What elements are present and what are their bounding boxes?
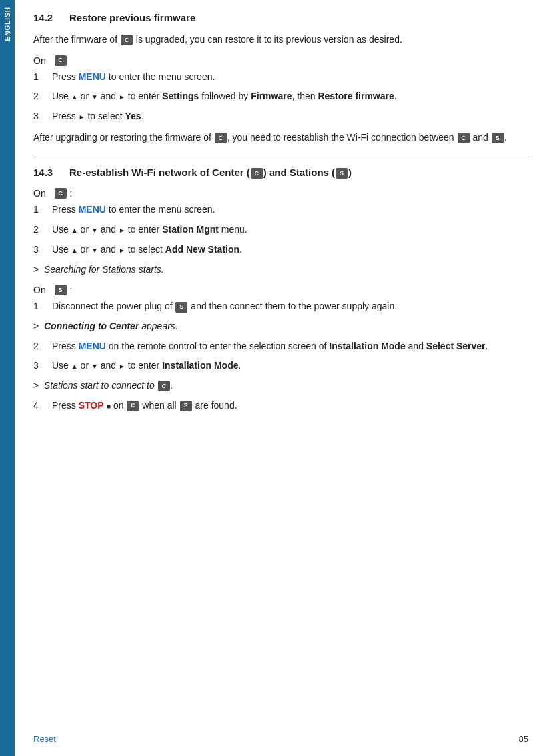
firmware-bold: Firmware	[251, 91, 292, 101]
device-s-icon-2: S	[55, 285, 67, 295]
device-s-title-icon: S	[336, 168, 348, 179]
connecting-italic: Connecting to Center appears.	[44, 321, 178, 331]
step-14-3-c-2: 2 Use or and to enter Station Mgnt menu.	[33, 223, 528, 237]
device-c-icon-2: C	[55, 55, 67, 66]
arrow-up-2	[71, 224, 78, 235]
installation-mode-bold-1: Installation Mode	[329, 341, 405, 351]
reset-link-text[interactable]: Reset	[33, 734, 56, 744]
on-c-label-2: On C:	[33, 188, 528, 199]
restore-firmware-bold: Restore firmware	[318, 91, 394, 101]
device-c-icon-3: C	[215, 133, 227, 143]
station-mgnt-bold: Station Mgnt	[162, 224, 219, 235]
main-content: 14.2 Restore previous firmware After the…	[15, 0, 547, 756]
device-c-icon-5: C	[55, 188, 67, 199]
section-14-2-title: Restore previous firmware	[69, 12, 195, 23]
menu-keyword-1: MENU	[79, 71, 106, 82]
footer-reset-link[interactable]: Reset	[33, 734, 56, 744]
footer-page-number: 85	[519, 734, 528, 744]
arrow-right-1	[119, 91, 125, 101]
step-14-3-c-1: 1 Press MENU to enter the menu screen.	[33, 203, 528, 217]
arrow-right-4	[119, 244, 125, 255]
device-s-icon-4: S	[180, 401, 192, 411]
section-14-3-number: 14.3	[33, 167, 59, 178]
yes-bold: Yes	[125, 111, 141, 121]
step-14-2-3: 3 Press to select Yes.	[33, 109, 528, 124]
step-14-3-s-gt1: > Connecting to Center appears.	[33, 319, 528, 334]
menu-keyword-2: MENU	[79, 204, 106, 215]
device-c-icon-1: C	[121, 35, 133, 45]
step-14-3-s-gt2: > Stations start to connect to C.	[33, 379, 528, 393]
step-14-2-1: 1 Press MENU to enter the menu screen.	[33, 70, 528, 85]
menu-keyword-3: MENU	[79, 341, 106, 351]
settings-bold: Settings	[162, 91, 199, 101]
device-c-icon-7: C	[127, 401, 139, 411]
arrow-down-2	[91, 224, 98, 235]
arrow-right-2	[79, 111, 85, 121]
stop-keyword: STOP	[79, 400, 104, 411]
section-14-2-number: 14.2	[33, 12, 59, 23]
installation-mode-bold-2: Installation Mode	[162, 360, 238, 371]
arrow-down-4	[91, 360, 98, 371]
step-14-3-s-3: 3 Use or and to enter Installation Mode.	[33, 359, 528, 373]
step-14-3-s-2: 2 Press MENU on the remote control to en…	[33, 339, 528, 354]
device-s-icon-3: S	[175, 302, 187, 313]
step-14-3-c-3: 3 Use or and to select Add New Station.	[33, 243, 528, 257]
step-14-3-s-1: 1 Disconnect the power plug of S and the…	[33, 299, 528, 314]
on-c-label-1: On C	[33, 55, 528, 66]
arrow-right-3	[119, 224, 125, 235]
page-number-text: 85	[519, 734, 528, 744]
device-c-title-icon: C	[251, 168, 263, 179]
step-14-2-2: 2 Use or and to enter Settings followed …	[33, 89, 528, 104]
section-14-2-intro: After the firmware of C is upgraded, you…	[33, 33, 528, 47]
section-14-2-header: 14.2 Restore previous firmware	[33, 12, 528, 23]
arrow-down-1	[91, 91, 98, 101]
section-divider	[33, 157, 528, 157]
device-s-icon-1: S	[492, 133, 504, 143]
select-server-bold: Select Server	[426, 341, 486, 351]
section-14-3-title: Re-establish Wi-Fi network of Center (C)…	[69, 167, 352, 179]
on-s-label: On S:	[33, 285, 528, 295]
section-14-3-header: 14.3 Re-establish Wi-Fi network of Cente…	[33, 167, 528, 179]
stop-square-icon	[106, 400, 111, 411]
connecting-bold: Connecting to Center	[44, 321, 139, 331]
device-c-icon-6: C	[158, 381, 170, 391]
step-14-3-c-gt: > Searching for Stations starts.	[33, 263, 528, 277]
page-container: ENGLISH 14.2 Restore previous firmware A…	[0, 0, 547, 756]
step-14-3-s-4: 4 Press STOP on C when all S are found.	[33, 399, 528, 413]
section-14-2-after: After upgrading or restoring the firmwar…	[33, 131, 528, 145]
arrow-up-3	[71, 244, 78, 255]
language-label: ENGLISH	[4, 7, 11, 41]
arrow-up-1	[71, 91, 78, 101]
side-tab: ENGLISH	[0, 0, 15, 756]
add-new-station-bold: Add New Station	[165, 244, 239, 255]
device-c-icon-4: C	[458, 133, 470, 143]
arrow-right-5	[119, 360, 125, 371]
arrow-up-4	[71, 360, 78, 371]
arrow-down-3	[91, 244, 98, 255]
